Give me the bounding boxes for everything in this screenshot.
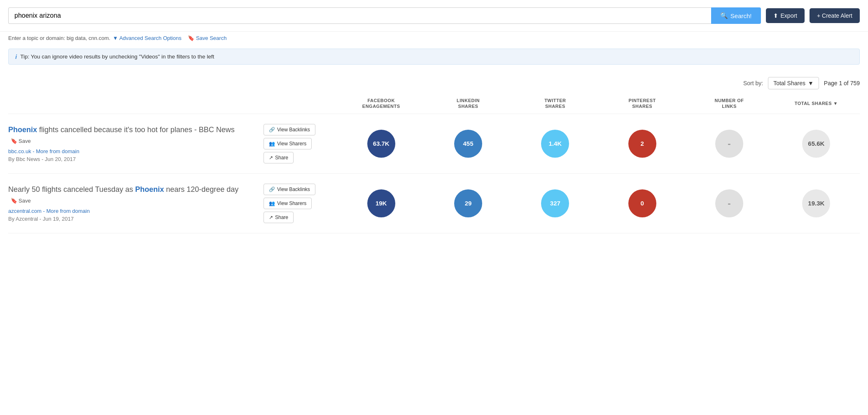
total-metric-2: 19.3K (773, 189, 860, 217)
result-title-text-1: flights cancelled because it's too hot f… (39, 126, 235, 134)
tip-icon: i (15, 53, 17, 60)
save-icon-2: 🔖 (11, 197, 17, 205)
col-header-linkedin: LINKEDINSHARES (425, 98, 511, 110)
linkedin-metric-2: 29 (425, 189, 511, 217)
result-row-2: Nearly 50 flights canceled Tuesday as Ph… (8, 174, 860, 233)
save-icon-1: 🔖 (11, 138, 17, 145)
pinterest-metric-2: 0 (599, 189, 686, 217)
links-metric-2: - (686, 189, 772, 217)
tip-text: Tip: You can ignore video results by unc… (20, 54, 214, 60)
result-actions-1: 🔗 View Backlinks 👥 View Sharers ↗ Share (264, 124, 338, 163)
sort-select[interactable]: Total Shares ▼ (768, 77, 819, 89)
sort-label: Sort by: (743, 80, 763, 86)
domain-link-2[interactable]: azcentral.com (8, 208, 42, 214)
sub-hint-text: Enter a topic or domain: big data, cnn.c… (8, 35, 110, 41)
advanced-dropdown-icon: ▼ (113, 35, 118, 41)
save-search-icon: 🔖 (188, 35, 194, 41)
sub-bar: Enter a topic or domain: big data, cnn.c… (0, 32, 868, 44)
result-domain-2: azcentral.com - More from domain (8, 208, 255, 214)
share-icon-1: ↗ (269, 155, 273, 161)
facebook-metric-2: 19K (338, 189, 425, 217)
search-btn-label: Search! (730, 12, 752, 19)
view-sharers-btn-1[interactable]: 👥 View Sharers (264, 138, 312, 149)
result-domain-1: bbc.co.uk - More from domain (8, 148, 255, 154)
column-headers: FACEBOOKENGAGEMENTS LINKEDINSHARES TWITT… (8, 93, 860, 114)
pinterest-circle-2: 0 (628, 189, 656, 217)
twitter-metric-1: 1.4K (512, 130, 599, 158)
col-header-total: TOTAL SHARES ▼ (773, 100, 860, 106)
total-circle-2: 19.3K (802, 189, 830, 217)
save-article-1[interactable]: 🔖 Save (11, 138, 31, 145)
share-btn-1[interactable]: ↗ Share (264, 152, 294, 163)
linkedin-metric-1: 455 (425, 130, 511, 158)
create-alert-label: + Create Alert (817, 12, 852, 19)
save-search-link[interactable]: 🔖 Save Search (188, 35, 226, 41)
result-title-1: Phoenix flights cancelled because it's t… (8, 125, 255, 145)
result-title-2: Nearly 50 flights canceled Tuesday as Ph… (8, 184, 255, 205)
create-alert-button[interactable]: + Create Alert (810, 8, 860, 23)
col-header-pinterest: PINTERESTSHARES (599, 98, 686, 110)
result-link-1[interactable]: Phoenix flights cancelled because it's t… (8, 126, 235, 134)
search-input[interactable] (8, 7, 711, 24)
result-title-text-2b: nears 120-degree day (166, 185, 238, 194)
facebook-circle-1: 63.7K (367, 130, 395, 158)
links-circle-2: - (715, 189, 743, 217)
links-circle-1: - (715, 130, 743, 158)
linkedin-circle-2: 29 (454, 189, 482, 217)
result-info-2: Nearly 50 flights canceled Tuesday as Ph… (8, 184, 264, 221)
col-header-facebook: FACEBOOKENGAGEMENTS (338, 98, 425, 110)
twitter-metric-2: 327 (512, 189, 599, 217)
domain-suffix-1: - More from domain (33, 148, 79, 154)
result-info-1: Phoenix flights cancelled because it's t… (8, 125, 264, 162)
linkedin-circle-1: 455 (454, 130, 482, 158)
result-meta-2: By Azcentral - Jun 19, 2017 (8, 216, 255, 222)
sort-row: Sort by: Total Shares ▼ Page 1 of 759 (8, 69, 860, 93)
page-info: Page 1 of 759 (824, 80, 860, 86)
links-metric-1: - (686, 130, 772, 158)
export-button[interactable]: ⬆ Export (766, 8, 805, 23)
twitter-circle-2: 327 (541, 189, 569, 217)
twitter-circle-1: 1.4K (541, 130, 569, 158)
result-actions-2: 🔗 View Backlinks 👥 View Sharers ↗ Share (264, 184, 338, 223)
backlinks-icon-1: 🔗 (269, 127, 275, 133)
save-article-2[interactable]: 🔖 Save (11, 197, 31, 205)
facebook-metric-1: 63.7K (338, 130, 425, 158)
sort-selected-value: Total Shares (773, 80, 805, 86)
sharers-icon-1: 👥 (269, 141, 275, 147)
sharers-icon-2: 👥 (269, 201, 275, 206)
top-bar: 🔍 Search! ⬆ Export + Create Alert (0, 0, 868, 32)
search-wrap: 🔍 Search! (8, 7, 761, 24)
search-button[interactable]: 🔍 Search! (711, 7, 761, 24)
sort-dropdown-icon: ▼ (808, 80, 814, 86)
total-metric-1: 65.6K (773, 130, 860, 158)
share-icon-2: ↗ (269, 214, 273, 220)
result-meta-1: By Bbc News - Jun 20, 2017 (8, 156, 255, 162)
pinterest-metric-1: 2 (599, 130, 686, 158)
results-area: Sort by: Total Shares ▼ Page 1 of 759 FA… (0, 69, 868, 233)
tip-bar: i Tip: You can ignore video results by u… (8, 49, 860, 65)
result-row: Phoenix flights cancelled because it's t… (8, 114, 860, 174)
view-backlinks-btn-1[interactable]: 🔗 View Backlinks (264, 124, 315, 135)
bold-word-1: Phoenix (8, 126, 37, 134)
col-header-twitter: TWITTERSHARES (512, 98, 599, 110)
total-circle-1: 65.6K (802, 130, 830, 158)
domain-link-1[interactable]: bbc.co.uk (8, 148, 31, 154)
result-title-text-2a: Nearly 50 flights canceled Tuesday as (8, 185, 135, 194)
share-btn-2[interactable]: ↗ Share (264, 212, 294, 223)
col-header-links: NUMBER OFLINKS (686, 98, 772, 110)
view-backlinks-btn-2[interactable]: 🔗 View Backlinks (264, 184, 315, 195)
pinterest-circle-1: 2 (628, 130, 656, 158)
view-sharers-btn-2[interactable]: 👥 View Sharers (264, 198, 312, 209)
facebook-circle-2: 19K (367, 189, 395, 217)
export-icon: ⬆ (773, 12, 778, 19)
advanced-search-link[interactable]: ▼ Advanced Search Options (113, 35, 182, 41)
search-icon: 🔍 (720, 12, 728, 19)
bold-word-2: Phoenix (135, 185, 164, 194)
domain-suffix-2: - More from domain (43, 208, 90, 214)
export-btn-label: Export (781, 12, 797, 19)
result-link-2[interactable]: Nearly 50 flights canceled Tuesday as Ph… (8, 185, 238, 194)
backlinks-icon-2: 🔗 (269, 187, 275, 192)
